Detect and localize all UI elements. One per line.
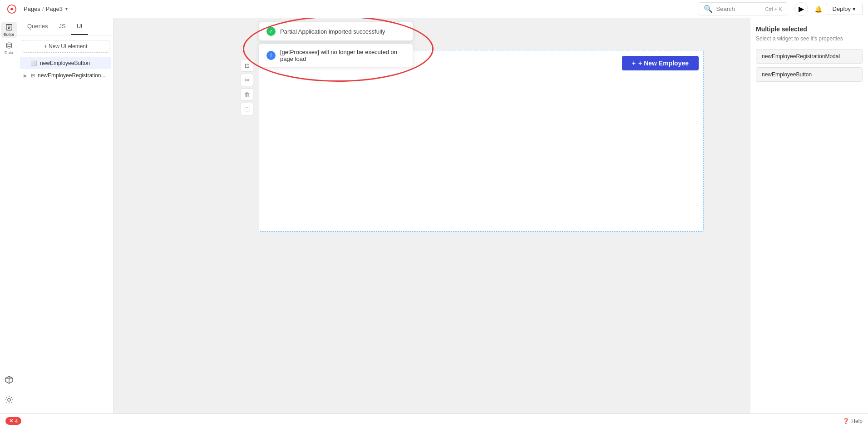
help-label: Help: [851, 418, 863, 424]
app-logo[interactable]: [5, 3, 18, 15]
right-panel-title: Multiple selected: [756, 25, 863, 33]
sidebar-data-label: Data: [5, 50, 13, 55]
right-panel-widget-0[interactable]: newEmployeeRegistrationModal: [756, 49, 863, 64]
topbar: Pages / Page3 ▾ 🔍 Ctrl + K ▶ 🔔 Deploy ▾: [0, 0, 868, 18]
search-icon: 🔍: [704, 5, 713, 13]
sidebar-item-data[interactable]: Data: [1, 40, 17, 56]
canvas-toolbar: ⊡ ✂ 🗑 ⬚: [241, 59, 253, 115]
delete-tool-button[interactable]: 🗑: [241, 88, 253, 101]
help-icon: ❓: [843, 418, 849, 424]
new-employee-button[interactable]: + + New Employee: [622, 56, 699, 70]
help-button[interactable]: ❓ Help: [843, 418, 863, 424]
svg-point-8: [8, 398, 10, 401]
canvas-area: ✓ Partial Application imported successfu…: [113, 18, 750, 413]
error-x-icon: ✕: [9, 418, 13, 424]
notification-icon[interactable]: 🔔: [814, 5, 822, 13]
breadcrumb-dropdown-arrow[interactable]: ▾: [65, 6, 68, 11]
play-icon: ▶: [799, 5, 804, 13]
info-icon: i: [266, 51, 276, 60]
new-ui-element-button[interactable]: + New UI element: [22, 40, 109, 53]
button-widget-icon: ⬜: [31, 60, 37, 66]
toast-success-message: Partial Application imported successfull…: [280, 28, 385, 35]
icon-sidebar: Editor Data: [0, 18, 18, 413]
breadcrumb-separator: /: [42, 5, 44, 12]
tab-ui[interactable]: UI: [71, 18, 88, 35]
left-panel-tabs: Queries JS UI: [18, 18, 113, 35]
expand-collapse-icon[interactable]: ▶: [24, 73, 28, 78]
deploy-arrow-icon: ▾: [853, 5, 856, 12]
breadcrumb: Pages / Page3 ▾: [24, 5, 68, 12]
plus-icon: +: [632, 60, 636, 67]
left-item-new-employee-registration[interactable]: ▶ ⊞ newEmployeeRegistration...: [20, 70, 111, 81]
copy-tool-button[interactable]: ⊡: [241, 59, 253, 72]
breadcrumb-current-page[interactable]: Page3: [46, 5, 63, 12]
search-input[interactable]: [716, 5, 762, 12]
left-panel-items: ⬜ newEmployeeButton ▶ ⊞ newEmployeeRegis…: [18, 57, 113, 81]
search-bar[interactable]: 🔍 Ctrl + K: [699, 2, 787, 15]
left-panel: Queries JS UI + New UI element ⬜ newEmpl…: [18, 18, 113, 413]
breadcrumb-pages[interactable]: Pages: [24, 5, 40, 12]
svg-point-5: [6, 43, 11, 45]
left-item-label-0: newEmployeeButton: [40, 60, 90, 66]
error-badge[interactable]: ✕ 4: [5, 417, 21, 425]
new-employee-label: + New Employee: [638, 60, 689, 67]
error-count: 4: [15, 418, 18, 424]
tab-js[interactable]: JS: [54, 18, 71, 35]
bottombar: ✕ 4 ❓ Help: [0, 413, 868, 428]
cut-tool-button[interactable]: ✂: [241, 74, 253, 86]
deploy-label: Deploy: [833, 5, 851, 12]
select-tool-button[interactable]: ⬚: [241, 103, 253, 115]
sidebar-item-editor[interactable]: Editor: [1, 22, 17, 38]
main-layout: Editor Data: [0, 18, 868, 413]
success-icon: ✓: [266, 27, 276, 36]
right-panel-subtitle: Select a widget to see it's properties: [756, 35, 863, 42]
toast-info: i [getProcesses] will no longer be execu…: [259, 44, 413, 67]
sidebar-cube-icon[interactable]: [1, 372, 17, 388]
right-panel-widget-1[interactable]: newEmployeeButton: [756, 67, 863, 82]
left-item-label-1: newEmployeeRegistration...: [38, 72, 105, 79]
sidebar-editor-label: Editor: [4, 32, 15, 37]
tab-queries[interactable]: Queries: [22, 18, 54, 35]
deploy-button[interactable]: Deploy ▾: [826, 3, 863, 15]
modal-widget-icon: ⊞: [31, 73, 35, 79]
right-panel: Multiple selected Select a widget to see…: [750, 18, 868, 413]
toast-container: ✓ Partial Application imported successfu…: [259, 22, 413, 67]
left-item-new-employee-button[interactable]: ⬜ newEmployeeButton: [20, 57, 111, 69]
search-shortcut: Ctrl + K: [765, 6, 782, 12]
sidebar-settings-icon[interactable]: [1, 392, 17, 408]
toast-success: ✓ Partial Application imported successfu…: [259, 22, 413, 41]
canvas-container[interactable]: + + New Employee: [259, 50, 704, 232]
sidebar-bottom-icons: [1, 372, 17, 408]
play-button[interactable]: ▶: [794, 2, 808, 16]
toast-info-message: [getProcesses] will no longer be execute…: [280, 49, 405, 62]
